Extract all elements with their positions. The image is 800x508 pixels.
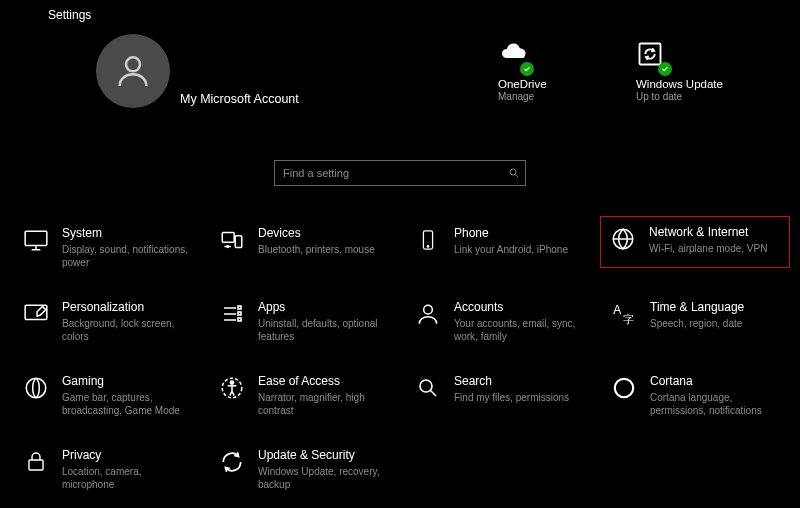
svg-text:字: 字 — [623, 313, 634, 325]
search-input[interactable] — [275, 167, 503, 179]
onedrive-icon — [498, 40, 530, 72]
onedrive-subtitle: Manage — [498, 91, 608, 102]
category-title: Update & Security — [258, 448, 390, 463]
category-subtitle: Background, lock screen, colors — [62, 317, 194, 343]
windows-update-subtitle: Up to date — [636, 91, 756, 102]
category-title: Time & Language — [650, 300, 782, 315]
search-box[interactable] — [274, 160, 526, 186]
category-subtitle: Uninstall, defaults, optional features — [258, 317, 390, 343]
category-title: Gaming — [62, 374, 194, 389]
devices-icon — [218, 226, 246, 254]
svg-point-14 — [424, 305, 433, 314]
category-time-language[interactable]: A字 Time & LanguageSpeech, region, date — [602, 294, 790, 336]
windows-update-title: Windows Update — [636, 78, 756, 90]
category-subtitle: Find my files, permissions — [454, 391, 586, 404]
category-subtitle: Game bar, captures, broadcasting, Game M… — [62, 391, 194, 417]
category-subtitle: Cortana language, permissions, notificat… — [650, 391, 782, 417]
privacy-icon — [22, 448, 50, 476]
svg-rect-1 — [640, 44, 661, 65]
category-gaming[interactable]: GamingGame bar, captures, broadcasting, … — [14, 368, 202, 423]
personalization-icon — [22, 300, 50, 328]
status-onedrive[interactable]: OneDrive Manage — [498, 40, 608, 102]
category-title: System — [62, 226, 194, 241]
category-apps[interactable]: AppsUninstall, defaults, optional featur… — [210, 294, 398, 349]
category-title: Apps — [258, 300, 390, 315]
svg-rect-5 — [235, 236, 242, 248]
category-title: Accounts — [454, 300, 586, 315]
update-security-icon — [218, 448, 246, 476]
category-subtitle: Speech, region, date — [650, 317, 782, 330]
globe-icon — [609, 225, 637, 253]
category-system[interactable]: SystemDisplay, sound, notifications, pow… — [14, 220, 202, 275]
accounts-icon — [414, 300, 442, 328]
category-network[interactable]: Network & InternetWi-Fi, airplane mode, … — [600, 216, 790, 268]
svg-rect-3 — [25, 231, 47, 245]
category-title: Ease of Access — [258, 374, 390, 389]
svg-rect-13 — [238, 318, 241, 321]
search-category-icon — [414, 374, 442, 402]
category-title: Privacy — [62, 448, 194, 463]
svg-rect-4 — [222, 232, 234, 242]
category-title: Phone — [454, 226, 586, 241]
category-subtitle: Wi-Fi, airplane mode, VPN — [649, 242, 781, 255]
windows-update-icon — [636, 40, 668, 72]
account-block[interactable] — [96, 34, 170, 108]
svg-rect-22 — [29, 460, 43, 470]
category-search[interactable]: SearchFind my files, permissions — [406, 368, 594, 410]
category-subtitle: Windows Update, recovery, backup — [258, 465, 390, 491]
avatar — [96, 34, 170, 108]
category-update-security[interactable]: Update & SecurityWindows Update, recover… — [210, 442, 398, 497]
apps-icon — [218, 300, 246, 328]
account-name: My Microsoft Account — [180, 92, 299, 106]
svg-rect-11 — [238, 306, 241, 309]
category-subtitle: Link your Android, iPhone — [454, 243, 586, 256]
monitor-icon — [22, 226, 50, 254]
time-language-icon: A字 — [610, 300, 638, 328]
svg-text:A: A — [613, 303, 621, 317]
check-badge-icon — [658, 62, 672, 76]
category-title: Devices — [258, 226, 390, 241]
category-ease-of-access[interactable]: Ease of AccessNarrator, magnifier, high … — [210, 368, 398, 423]
search-icon[interactable] — [503, 161, 525, 185]
svg-rect-12 — [238, 312, 241, 315]
svg-point-8 — [427, 246, 428, 247]
ease-of-access-icon — [218, 374, 246, 402]
cortana-icon — [610, 374, 638, 402]
category-grid: SystemDisplay, sound, notifications, pow… — [0, 216, 800, 508]
svg-point-19 — [230, 381, 233, 384]
category-privacy[interactable]: PrivacyLocation, camera, microphone — [14, 442, 202, 497]
category-subtitle: Display, sound, notifications, power — [62, 243, 194, 269]
header: My Microsoft Account OneDrive Manage Win… — [0, 34, 800, 124]
category-title: Network & Internet — [649, 225, 781, 240]
category-title: Search — [454, 374, 586, 389]
category-subtitle: Narrator, magnifier, high contrast — [258, 391, 390, 417]
svg-point-20 — [420, 380, 432, 392]
category-accounts[interactable]: AccountsYour accounts, email, sync, work… — [406, 294, 594, 349]
category-subtitle: Bluetooth, printers, mouse — [258, 243, 390, 256]
svg-point-17 — [26, 378, 46, 398]
category-subtitle: Your accounts, email, sync, work, family — [454, 317, 586, 343]
onedrive-title: OneDrive — [498, 78, 608, 90]
category-cortana[interactable]: CortanaCortana language, permissions, no… — [602, 368, 790, 423]
svg-point-0 — [126, 57, 140, 71]
category-title: Personalization — [62, 300, 194, 315]
category-subtitle: Location, camera, microphone — [62, 465, 194, 491]
category-title: Cortana — [650, 374, 782, 389]
status-windows-update[interactable]: Windows Update Up to date — [636, 40, 756, 102]
user-icon — [113, 51, 153, 91]
category-phone[interactable]: PhoneLink your Android, iPhone — [406, 220, 594, 262]
window-title: Settings — [48, 8, 91, 22]
svg-point-21 — [615, 379, 633, 397]
phone-icon — [414, 226, 442, 254]
category-personalization[interactable]: PersonalizationBackground, lock screen, … — [14, 294, 202, 349]
gaming-icon — [22, 374, 50, 402]
check-badge-icon — [520, 62, 534, 76]
category-devices[interactable]: DevicesBluetooth, printers, mouse — [210, 220, 398, 262]
svg-point-2 — [510, 169, 516, 175]
